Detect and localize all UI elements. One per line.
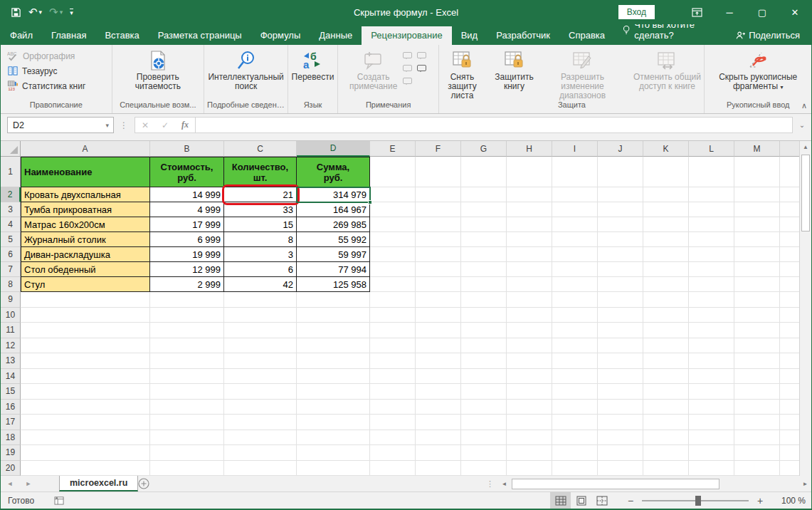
cell-F11[interactable] bbox=[416, 323, 461, 338]
cell-F1[interactable] bbox=[416, 157, 461, 187]
redo-button[interactable]: ↷▾ bbox=[49, 6, 63, 19]
cell-A2[interactable]: Кровать двухспальная bbox=[21, 187, 150, 202]
cell-F5[interactable] bbox=[416, 232, 461, 247]
cell-D8[interactable]: 125 958 bbox=[297, 277, 370, 292]
cell-I19[interactable] bbox=[552, 445, 598, 461]
cell-M19[interactable] bbox=[734, 445, 780, 461]
cell-G16[interactable] bbox=[461, 400, 507, 415]
cell-E12[interactable] bbox=[370, 338, 416, 354]
cell-L10[interactable] bbox=[689, 308, 734, 323]
cell-K5[interactable] bbox=[643, 232, 689, 247]
allow-edit-ranges-button[interactable]: Разрешить изменение диапазонов bbox=[540, 46, 624, 100]
horizontal-scrollbar[interactable]: ◄ ► bbox=[498, 476, 811, 491]
cell-H18[interactable] bbox=[507, 430, 552, 446]
cell-F14[interactable] bbox=[416, 369, 461, 385]
cell-F15[interactable] bbox=[416, 384, 461, 400]
cell-H13[interactable] bbox=[507, 353, 552, 369]
cell-A8[interactable]: Стул bbox=[21, 277, 150, 292]
cell-A4[interactable]: Матрас 160х200см bbox=[21, 217, 150, 232]
cell-C5[interactable]: 8 bbox=[224, 232, 297, 247]
cell-B7[interactable]: 12 999 bbox=[150, 262, 224, 277]
cell-E15[interactable] bbox=[370, 384, 416, 400]
column-header-L[interactable]: L bbox=[689, 141, 734, 157]
cell-C20[interactable] bbox=[224, 461, 297, 477]
show-all-comments-icon[interactable] bbox=[417, 65, 426, 71]
cell-F17[interactable] bbox=[416, 415, 461, 430]
cell-F16[interactable] bbox=[416, 400, 461, 415]
cell-M20[interactable] bbox=[734, 461, 780, 477]
translate-button[interactable]: ба Перевести bbox=[289, 46, 337, 82]
cell-K17[interactable] bbox=[643, 415, 689, 430]
cell-I12[interactable] bbox=[552, 338, 598, 354]
tab-формулы[interactable]: Формулы bbox=[251, 26, 310, 45]
cell-M10[interactable] bbox=[734, 308, 780, 323]
cell-C2[interactable]: 21 bbox=[224, 187, 297, 202]
cell-M2[interactable] bbox=[734, 187, 780, 202]
scroll-left-button[interactable]: ◄ bbox=[498, 476, 510, 491]
page-break-preview-button[interactable] bbox=[591, 492, 612, 509]
cell-E2[interactable] bbox=[370, 187, 416, 202]
enter-button[interactable]: ✓ bbox=[155, 120, 175, 130]
ribbon-display-options-button[interactable] bbox=[680, 0, 713, 24]
cell-E8[interactable] bbox=[370, 277, 416, 292]
row-header-6[interactable]: 6 bbox=[1, 247, 21, 262]
cell-M17[interactable] bbox=[734, 415, 780, 430]
cell-H11[interactable] bbox=[507, 323, 552, 338]
cell-I11[interactable] bbox=[552, 323, 598, 338]
cell-C7[interactable]: 6 bbox=[224, 262, 297, 277]
expand-formula-bar-button[interactable]: ⌄ bbox=[793, 121, 811, 129]
cell-B14[interactable] bbox=[150, 369, 224, 385]
cell-D19[interactable] bbox=[297, 445, 370, 461]
cell-I14[interactable] bbox=[552, 369, 598, 385]
cell-A19[interactable] bbox=[21, 445, 150, 461]
cell-D2[interactable]: 314 979 bbox=[297, 187, 370, 202]
cell-K9[interactable] bbox=[643, 292, 689, 308]
cell-G1[interactable] bbox=[461, 157, 507, 187]
unprotect-sheet-button[interactable]: Снять защиту листа bbox=[436, 46, 487, 100]
zoom-slider-track[interactable] bbox=[642, 500, 749, 501]
cell-E20[interactable] bbox=[370, 461, 416, 477]
cell-B13[interactable] bbox=[150, 353, 224, 369]
cell-D7[interactable]: 77 994 bbox=[297, 262, 370, 277]
cell-A10[interactable] bbox=[21, 308, 150, 323]
cell-M13[interactable] bbox=[734, 353, 780, 369]
cell-K2[interactable] bbox=[643, 187, 689, 202]
share-button[interactable]: Поделиться bbox=[724, 30, 811, 45]
cell-H17[interactable] bbox=[507, 415, 552, 430]
cell-L11[interactable] bbox=[689, 323, 734, 338]
new-sheet-button[interactable] bbox=[138, 476, 164, 491]
cell-F9[interactable] bbox=[416, 292, 461, 308]
cell-G13[interactable] bbox=[461, 353, 507, 369]
cell-H20[interactable] bbox=[507, 461, 552, 477]
cell-L8[interactable] bbox=[689, 277, 734, 292]
cell-M1[interactable] bbox=[734, 157, 780, 187]
zoom-out-button[interactable]: − bbox=[625, 495, 636, 506]
column-header-M[interactable]: M bbox=[734, 141, 780, 157]
cell-D13[interactable] bbox=[297, 353, 370, 369]
undo-button[interactable]: ↶▾ bbox=[28, 6, 42, 19]
cell-J10[interactable] bbox=[598, 308, 643, 323]
cancel-button[interactable]: ✕ bbox=[135, 120, 155, 130]
cell-G17[interactable] bbox=[461, 415, 507, 430]
cell-L18[interactable] bbox=[689, 430, 734, 446]
cell-G15[interactable] bbox=[461, 384, 507, 400]
cell-H4[interactable] bbox=[507, 217, 552, 232]
cell-L19[interactable] bbox=[689, 445, 734, 461]
protect-workbook-button[interactable]: Защитить книгу bbox=[490, 46, 537, 91]
sheet-tab-active[interactable]: microexcel.ru bbox=[59, 476, 138, 491]
cell-K6[interactable] bbox=[643, 247, 689, 262]
cell-E18[interactable] bbox=[370, 430, 416, 446]
cell-E7[interactable] bbox=[370, 262, 416, 277]
cell-L14[interactable] bbox=[689, 369, 734, 385]
cell-D12[interactable] bbox=[297, 338, 370, 354]
macro-record-button[interactable] bbox=[54, 496, 65, 505]
row-header-19[interactable]: 19 bbox=[1, 445, 21, 461]
cell-D5[interactable]: 55 992 bbox=[297, 232, 370, 247]
cell-K16[interactable] bbox=[643, 400, 689, 415]
cell-G6[interactable] bbox=[461, 247, 507, 262]
cell-I9[interactable] bbox=[552, 292, 598, 308]
tab-файл[interactable]: Файл bbox=[1, 26, 42, 45]
cell-I16[interactable] bbox=[552, 400, 598, 415]
cell-G19[interactable] bbox=[461, 445, 507, 461]
next-comment-icon[interactable] bbox=[403, 65, 412, 71]
